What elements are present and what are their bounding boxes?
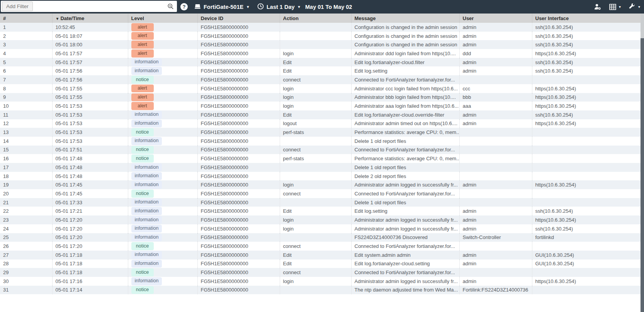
add-filter-button[interactable]: Add Filter (2, 2, 33, 11)
cell-device-id: FG5H1E5800000000 (197, 224, 280, 233)
row-number: 4 (0, 49, 52, 58)
cell-device-id: FG5H1E5800000000 (197, 180, 280, 189)
log-row[interactable]: 2305-01 17:20informationFG5H1E5800000000… (0, 215, 641, 224)
log-row[interactable]: 1405-01 17:53informationFG5H1E5800000000… (0, 137, 641, 146)
cell-user: admin (459, 32, 532, 41)
cell-device-id: FG5H1E5800000000 (197, 23, 280, 32)
scrollbar-thumb[interactable] (641, 38, 644, 312)
cell-datetime: 05-01 17:57 (52, 58, 128, 67)
cell-user-interface: ssh(10.6.30.254) (532, 110, 641, 119)
cell-user-interface (532, 163, 641, 172)
cell-user (459, 163, 532, 172)
date-range-text[interactable]: May 01 To May 02 (305, 0, 352, 14)
row-number: 10 (0, 102, 52, 110)
cell-user: Fortilink:FS224D3Z14000736 (459, 286, 532, 295)
cell-user-interface: ssh(10.6.30.254) (532, 32, 641, 41)
level-badge: notice (131, 146, 154, 154)
cell-message: Configuration is changed in the admin se… (351, 40, 459, 49)
log-row[interactable]: 505-01 17:57informationFG5H1E5800000000E… (0, 58, 641, 67)
cell-user (459, 128, 532, 137)
log-row[interactable]: 1705-01 17:48informationFG5H1E5800000000… (0, 163, 641, 172)
cell-datetime: 05-01 17:48 (52, 172, 128, 181)
cell-level: information (128, 119, 197, 128)
cell-device-id: FG5H1E5800000000 (197, 110, 280, 119)
log-row[interactable]: 2005-01 17:45noticeFG5H1E5800000000conne… (0, 189, 641, 198)
cell-device-id: FG5H1E5800000000 (197, 75, 280, 84)
log-row[interactable]: 110:52:45alertFG5H1E5800000000Configurat… (0, 23, 641, 32)
log-row[interactable]: 605-01 17:56informationFG5H1E5800000000E… (0, 66, 641, 75)
cell-device-id: FG5H1E5800000000 (197, 93, 280, 102)
cell-user: Switch-Controller (459, 233, 532, 242)
column-header-message[interactable]: Message (351, 14, 459, 23)
cell-message: Delete 1 old report files (351, 198, 459, 207)
cell-datetime: 05-01 17:53 (52, 128, 128, 137)
table-view-button[interactable]: ▾ (609, 4, 621, 10)
cell-user (459, 268, 532, 277)
log-row[interactable]: 1505-01 17:51noticeFG5H1E5800000000conne… (0, 146, 641, 154)
level-badge: information (131, 67, 162, 75)
level-badge: alert (131, 102, 154, 110)
log-row[interactable]: 2705-01 17:18informationFG5H1E5800000000… (0, 251, 641, 259)
cell-user: admin (459, 40, 532, 49)
row-number: 24 (0, 224, 52, 233)
log-row[interactable]: 3005-01 17:16informationFG5H1E5800000000… (0, 277, 641, 286)
log-row[interactable]: 1105-01 17:53informationFG5H1E5800000000… (0, 110, 641, 119)
row-number: 8 (0, 84, 52, 93)
cell-level: information (128, 163, 197, 172)
log-row[interactable]: 1205-01 17:53informationFG5H1E5800000000… (0, 119, 641, 128)
log-filter-bar[interactable]: Add Filter (1, 1, 177, 12)
column-header-date-time[interactable]: ▼Date/Time (52, 14, 128, 23)
log-row[interactable]: 1905-01 17:45informationFG5H1E5800000000… (0, 180, 641, 189)
log-row[interactable]: 905-01 17:55alertFG5H1E5800000000loginAd… (0, 93, 641, 102)
cell-message: Configuration is changed in the admin se… (351, 23, 459, 32)
log-row[interactable]: 405-01 17:57alertFG5H1E5800000000loginAd… (0, 49, 641, 58)
help-button[interactable]: ? (180, 0, 188, 14)
device-selector[interactable]: FortiGate-501E ▾ (194, 0, 249, 14)
column-header-action[interactable]: Action (280, 14, 351, 23)
column-header--[interactable]: # (0, 14, 52, 23)
log-row[interactable]: 1305-01 17:53noticeFG5H1E5800000000perf-… (0, 128, 641, 137)
cell-device-id: FG5H1E5800000000 (197, 207, 280, 215)
log-row[interactable]: 1805-01 17:48informationFG5H1E5800000000… (0, 172, 641, 181)
vertical-scrollbar[interactable] (641, 14, 644, 312)
cell-message: Connected to FortiAnalyzer fortianalyzer… (351, 242, 459, 251)
log-row[interactable]: 705-01 17:56noticeFG5H1E5800000000connec… (0, 75, 641, 84)
log-row[interactable]: 2405-01 17:20informationFG5H1E5800000000… (0, 224, 641, 233)
log-row[interactable]: 2505-01 17:20informationFG5H1E5800000000… (0, 233, 641, 242)
row-number: 30 (0, 277, 52, 286)
cell-datetime: 05-01 17:53 (52, 110, 128, 119)
cell-device-id: FG5H1E5800000000 (197, 277, 280, 286)
log-row[interactable]: 2205-01 17:21informationFG5H1E5800000000… (0, 207, 641, 215)
log-row[interactable]: 2605-01 17:20noticeFG5H1E5800000000conne… (0, 242, 641, 251)
log-row[interactable]: 2805-01 17:18informationFG5H1E5800000000… (0, 259, 641, 268)
navbar-right-tools: ▾ ▾ (594, 0, 640, 14)
log-row[interactable]: 305-01 18:00alertFG5H1E5800000000Configu… (0, 40, 641, 49)
row-number: 27 (0, 251, 52, 259)
time-range-selector[interactable]: Last 1 Day ▾ (257, 0, 300, 14)
event-log-table: #▼Date/TimeLevelDevice IDActionMessageUs… (0, 14, 641, 294)
log-row[interactable]: 2105-01 17:33informationFG5H1E5800000000… (0, 198, 641, 207)
log-row[interactable]: 3105-01 17:14noticeFG5H1E5800000000The n… (0, 286, 641, 295)
level-badge: information (131, 198, 162, 207)
cell-action: login (280, 49, 351, 58)
log-row[interactable]: 805-01 17:55alertFG5H1E5800000000loginAd… (0, 84, 641, 93)
cell-datetime: 05-01 17:53 (52, 102, 128, 110)
row-number: 17 (0, 163, 52, 172)
column-header-user[interactable]: User (459, 14, 532, 23)
chevron-down-icon: ▾ (638, 5, 640, 9)
log-row[interactable]: 1005-01 17:53alertFG5H1E5800000000loginA… (0, 102, 641, 110)
column-header-device-id[interactable]: Device ID (197, 14, 280, 23)
cell-datetime: 05-01 17:55 (52, 93, 128, 102)
log-row[interactable]: 1605-01 17:48noticeFG5H1E5800000000perf-… (0, 154, 641, 163)
row-number: 16 (0, 154, 52, 163)
column-header-user-interface[interactable]: User Interface (532, 14, 641, 23)
log-row[interactable]: 2905-01 17:18noticeFG5H1E5800000000conne… (0, 268, 641, 277)
settings-tools-button[interactable]: ▾ (629, 3, 640, 10)
column-header-level[interactable]: Level (128, 14, 197, 23)
log-row[interactable]: 205-01 18:07alertFG5H1E5800000000Configu… (0, 32, 641, 41)
admin-user-button[interactable] (594, 3, 602, 10)
cell-level: information (128, 198, 197, 207)
search-icon[interactable] (167, 3, 174, 10)
cell-user: admin (459, 66, 532, 75)
row-number: 5 (0, 58, 52, 67)
